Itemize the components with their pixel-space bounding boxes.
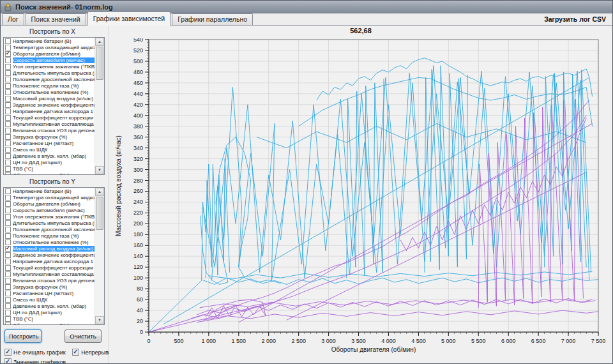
list-item[interactable]: Обороты двигателя (об/мин) <box>4 201 104 207</box>
item-checkbox[interactable] <box>5 57 11 63</box>
item-checkbox[interactable] <box>5 297 11 303</box>
item-checkbox[interactable] <box>5 278 11 284</box>
list-item[interactable]: Обратная связь по ДК 1 <box>4 322 104 325</box>
item-checkbox[interactable] <box>5 188 11 194</box>
tab-search-values[interactable]: Поиск значений <box>26 13 86 25</box>
list-item[interactable]: Текущий коэффициент коррекции <box>4 114 104 121</box>
item-checkbox[interactable] <box>5 83 11 89</box>
item-checkbox[interactable] <box>5 284 11 290</box>
item-checkbox[interactable] <box>5 310 11 315</box>
list-item[interactable]: Угол опережения зажигания (°ПКВ <box>4 213 104 220</box>
list-item[interactable]: Массовый расход воздуха (кг/час) <box>4 245 104 252</box>
item-checkbox[interactable] <box>5 195 11 201</box>
x-parameter-list[interactable]: Напряжение батареи (В)Температура охлажд… <box>3 37 105 175</box>
list-item[interactable]: Загрузка форсунок (%) <box>4 284 104 290</box>
list-item[interactable]: Относительное наполнение (%) <box>4 89 104 95</box>
item-checkbox[interactable] <box>5 115 11 121</box>
scroll-thumb[interactable] <box>96 47 103 80</box>
no-clear-checkbox[interactable]: Не очищать график <box>4 349 66 356</box>
list-item[interactable]: Напряжение батареи (В) <box>4 188 104 194</box>
item-checkbox[interactable] <box>5 134 11 140</box>
item-checkbox[interactable] <box>5 109 11 114</box>
list-item[interactable]: Давление в впуск. колл. (мбар) <box>4 153 104 159</box>
list-item[interactable]: Напряжение датчика кислорода 1 <box>4 108 104 114</box>
tab-parallel-graphs[interactable]: Графики параллельно <box>172 13 253 25</box>
scroll-down-icon[interactable]: ▼ <box>95 166 104 174</box>
item-checkbox[interactable] <box>5 246 11 252</box>
clear-button[interactable]: Очистить <box>64 330 102 343</box>
list-item[interactable]: Напряжение датчика кислорода 1 <box>4 258 104 264</box>
list-item[interactable]: ЦН по ДАД (мг/цикл) <box>4 159 104 165</box>
list-item[interactable]: Напряжение батареи (В) <box>4 38 104 44</box>
item-checkbox[interactable] <box>5 271 11 277</box>
item-checkbox[interactable] <box>5 64 11 70</box>
list-item[interactable]: Относительное наполнение (%) <box>4 239 104 245</box>
list-item[interactable]: Температура охлаждающей жидко <box>4 194 104 201</box>
scroll-up-icon[interactable]: ▲ <box>95 188 104 196</box>
item-checkbox[interactable] <box>5 166 11 172</box>
item-checkbox[interactable] <box>5 102 11 108</box>
plot-button[interactable]: Построить <box>4 330 42 343</box>
item-checkbox[interactable] <box>5 220 11 226</box>
item-checkbox[interactable] <box>5 70 11 76</box>
list-item[interactable]: Массовый расход воздуха (кг/час) <box>4 95 104 102</box>
scroll-down-icon[interactable]: ▼ <box>95 316 104 324</box>
item-checkbox[interactable] <box>5 89 11 95</box>
item-checkbox[interactable] <box>5 239 11 245</box>
list-item[interactable]: Смесь по ШДК <box>4 146 104 153</box>
scroll-up-icon[interactable]: ▲ <box>95 38 104 46</box>
list-item[interactable]: Положение педали газа (%) <box>4 82 104 89</box>
list-item[interactable]: ТВВ (°С) <box>4 315 104 322</box>
list-item[interactable]: Расчитанное ЦН (мг/такт) <box>4 290 104 296</box>
item-checkbox[interactable] <box>5 265 11 271</box>
item-checkbox[interactable] <box>5 96 11 102</box>
list-item[interactable]: Положение дроссельной заслонки <box>4 226 104 232</box>
item-checkbox[interactable] <box>5 201 11 207</box>
list-item[interactable]: Угол опережения зажигания (°ПКВ <box>4 63 104 70</box>
list-item[interactable]: Обратная связь по ДК 1 <box>4 172 104 175</box>
item-checkbox[interactable] <box>5 227 11 232</box>
item-checkbox[interactable] <box>5 45 11 50</box>
item-checkbox[interactable] <box>5 51 11 57</box>
item-checkbox[interactable] <box>5 121 11 127</box>
item-checkbox[interactable] <box>5 172 11 176</box>
y-parameter-list[interactable]: Напряжение батареи (В)Температура охлажд… <box>3 187 105 325</box>
list-item[interactable]: Заданное значение коэффициента <box>4 102 104 108</box>
list-item[interactable]: Длительность импульса впрыска (м <box>4 70 104 76</box>
list-scrollbar[interactable]: ▲▼ <box>95 188 104 324</box>
list-item[interactable]: Смесь по ШДК <box>4 296 104 303</box>
list-item[interactable]: Положение дроссельной заслонки <box>4 76 104 82</box>
tab-log[interactable]: Лог <box>2 13 24 25</box>
list-item[interactable]: Скорость автомобиля (км/час) <box>4 207 104 213</box>
list-item[interactable]: Давление в впуск. колл. (мбар) <box>4 303 104 309</box>
list-item[interactable]: Температура охлаждающей жидко <box>4 44 104 50</box>
list-item[interactable]: Мультипликативная составляюща <box>4 121 104 127</box>
list-scrollbar[interactable]: ▲▼ <box>95 38 104 174</box>
item-checkbox[interactable] <box>5 77 11 82</box>
list-item[interactable]: Мультипликативная составляюща <box>4 271 104 277</box>
load-csv-button[interactable]: Загрузить лог CSV <box>544 15 606 23</box>
list-item[interactable]: Загрузка форсунок (%) <box>4 133 104 140</box>
item-checkbox[interactable] <box>5 252 11 258</box>
item-checkbox[interactable] <box>5 322 11 326</box>
list-item[interactable]: Положение педали газа (%) <box>4 232 104 239</box>
item-checkbox[interactable] <box>5 38 11 44</box>
scroll-thumb[interactable] <box>96 197 103 230</box>
item-checkbox[interactable] <box>5 128 11 133</box>
item-checkbox[interactable] <box>5 233 11 239</box>
item-checkbox[interactable] <box>5 291 11 296</box>
item-checkbox[interactable] <box>5 147 11 153</box>
item-checkbox[interactable] <box>5 214 11 220</box>
show-values-checkbox[interactable]: Значение графиков <box>4 358 66 364</box>
list-item[interactable]: Текущий коэффициент коррекции <box>4 264 104 271</box>
item-checkbox[interactable] <box>5 153 11 159</box>
item-checkbox[interactable] <box>5 303 11 309</box>
list-item[interactable]: Скорость автомобиля (км/час) <box>4 57 104 63</box>
item-checkbox[interactable] <box>5 316 11 322</box>
continuous-checkbox[interactable]: Непрерывно <box>72 349 115 356</box>
list-item[interactable]: Расчитанное ЦН (мг/такт) <box>4 140 104 146</box>
scatter-plot[interactable]: 05001 0001 5002 0002 5003 0003 5004 0004… <box>109 38 612 364</box>
list-item[interactable]: Обороты двигателя (об/мин) <box>4 50 104 57</box>
tab-dependency-graphs[interactable]: Графики зависимостей <box>87 11 171 26</box>
item-checkbox[interactable] <box>5 140 11 146</box>
